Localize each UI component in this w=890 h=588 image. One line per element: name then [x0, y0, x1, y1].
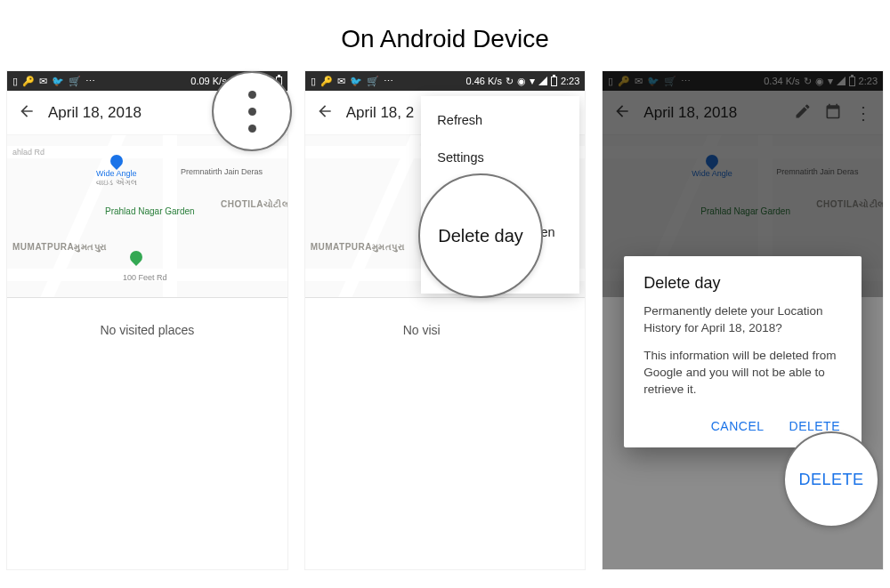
cancel-button[interactable]: CANCEL	[709, 414, 766, 439]
status-right: 0.46 K/s ↻ ◉ ▾ 2:23	[466, 75, 580, 87]
dialog-text-2: This information will be deleted from Go…	[643, 348, 842, 399]
no-places-sheet: No visi	[305, 297, 586, 362]
dots-icon: ⋯	[384, 76, 393, 87]
road-label-2: 100 Feet Rd	[123, 273, 167, 282]
no-places-sheet: No visited places	[7, 297, 287, 362]
highlight-overflow-icon	[212, 71, 292, 151]
back-arrow-icon[interactable]	[316, 102, 334, 124]
map-view[interactable]: ahlad Rd MUMATPURAમુમતપુરા CHOTILAચોટીલા…	[7, 135, 287, 297]
mail-icon: ✉	[39, 76, 47, 87]
dialog-text-1: Permanently delete your Location History…	[643, 303, 842, 337]
dialog-body: Permanently delete your Location History…	[643, 303, 842, 398]
screens-row: ▯ 🔑 ✉ 🐦 🛒 ⋯ 0.09 K/s ↻ ◉ ▾ April 18, 201…	[0, 71, 890, 569]
screen-2: ▯ 🔑 ✉ 🐦 🛒 ⋯ 0.46 K/s ↻ ◉ ▾ 2:23 April 1	[305, 71, 586, 569]
key-icon: 🔑	[320, 76, 333, 87]
area-mumatpura: MUMATPURAમુમતપુરા	[12, 242, 107, 253]
status-left: ▯ 🔑 ✉ 🐦 🛒 ⋯	[12, 76, 95, 87]
status-left: ▯ 🔑 ✉ 🐦 🛒 ⋯	[311, 76, 393, 87]
twitter-icon: 🐦	[52, 76, 64, 87]
sync-icon: ↻	[506, 76, 514, 87]
key-icon: 🔑	[22, 76, 35, 87]
road-label: ahlad Rd	[12, 148, 44, 157]
mail-icon: ✉	[337, 76, 345, 87]
dots-icon: ⋯	[85, 76, 95, 87]
page-title: On Android Device	[0, 0, 890, 71]
book-icon: ▯	[12, 76, 18, 87]
book-icon: ▯	[311, 76, 316, 87]
clock-time: 2:23	[561, 76, 579, 86]
delete-day-dialog: Delete day Permanently delete your Locat…	[624, 256, 862, 447]
net-speed: 0.46 K/s	[466, 76, 502, 86]
cart-icon: 🛒	[69, 76, 81, 87]
area-mumatpura: MUMATPURAમુમતપુરા	[311, 242, 405, 253]
menu-refresh[interactable]: Refresh	[421, 101, 579, 139]
highlight-delete-button: DELETE	[783, 431, 879, 528]
location-icon: ◉	[517, 76, 526, 87]
highlight-delete-day: Delete day	[418, 173, 543, 298]
battery-icon	[551, 77, 557, 86]
area-chotila: CHOTILAચોટીલા	[221, 199, 287, 210]
cart-icon: 🛒	[367, 76, 379, 87]
poi-prahlad: Prahlad Nagar Garden	[105, 206, 195, 216]
poi-premnatirth: Premnatirth Jain Deras	[181, 167, 263, 176]
dialog-title: Delete day	[643, 274, 842, 293]
wifi-icon: ▾	[530, 75, 535, 87]
menu-settings[interactable]: Settings	[421, 139, 579, 176]
status-bar: ▯ 🔑 ✉ 🐦 🛒 ⋯ 0.46 K/s ↻ ◉ ▾ 2:23	[305, 71, 586, 91]
poi-wide-angle: Wide Angleવાઇડ એંગલ	[96, 155, 137, 188]
twitter-icon: 🐦	[350, 76, 362, 87]
back-arrow-icon[interactable]	[18, 102, 36, 124]
map-pin-icon	[130, 251, 142, 265]
signal-icon	[538, 77, 547, 85]
